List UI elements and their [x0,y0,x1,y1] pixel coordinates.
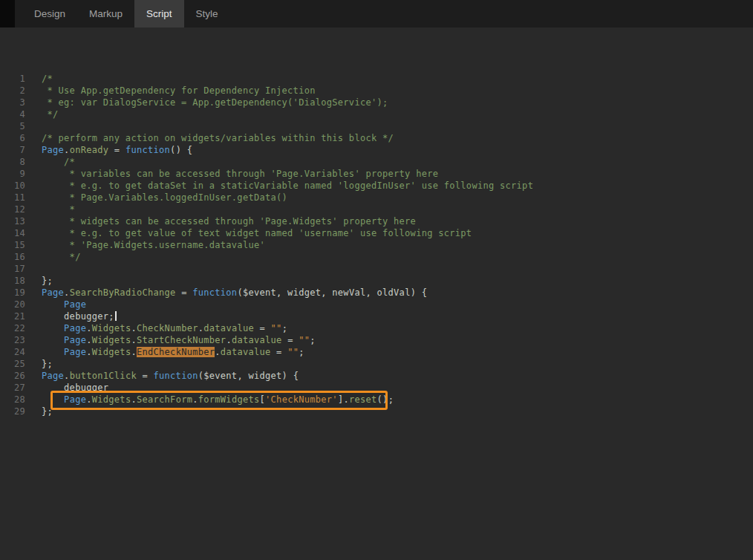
code-line[interactable]: 12 * [0,204,753,215]
code-text: * eg: var DialogService = App.getDepende… [25,97,388,108]
code-line[interactable]: 17 [0,263,753,275]
code-text: * Use App.getDependency for Dependency I… [25,85,316,97]
line-number: 7 [0,144,25,156]
code-text: Page.onReady = function() { [25,144,192,156]
line-number: 9 [0,168,25,180]
code-token: formWidgets [198,394,260,405]
code-line[interactable]: 8 /* [0,156,753,168]
code-line[interactable]: 27 debugger [0,382,753,394]
code-line[interactable]: 1/* [0,73,753,85]
code-token: datavalue [221,347,271,357]
code-text: debugger; [25,310,117,322]
code-line[interactable]: 2 * Use App.getDependency for Dependency… [0,85,753,97]
line-number: 12 [0,204,25,215]
code-token: Widgets [92,323,131,333]
code-token: function [154,371,198,381]
line-number: 28 [0,394,25,406]
code-line[interactable]: 23 Page.Widgets.StartCheckNumber.dataval… [0,334,753,346]
code-token: Widgets [92,335,131,345]
code-token: ]. [338,394,349,405]
line-number: 21 [0,310,25,322]
tab-markup[interactable]: Markup [77,0,134,27]
code-token: = [176,287,193,298]
line-number: 23 [0,334,25,346]
code-token: . [226,335,232,345]
code-line[interactable]: 18}; [0,275,753,287]
line-number: 11 [0,192,25,204]
code-line[interactable]: 15 * 'Page.Widgets.username.datavalue' [0,239,753,251]
code-token: . [131,394,137,405]
code-token: */ [42,109,59,120]
code-token: debugger [42,382,108,393]
code-line[interactable]: 21 debugger; [0,310,753,322]
code-line[interactable]: 29}; [0,406,753,417]
code-line[interactable]: 14 * e.g. to get value of text widget na… [0,227,753,239]
code-text: * e.g. to get value of text widget named… [25,227,472,239]
code-text: */ [25,251,81,263]
code-token: . [131,323,137,333]
code-token: () { [170,145,192,155]
code-line[interactable]: 7Page.onReady = function() { [0,144,753,156]
code-token: . [86,394,92,405]
code-line[interactable]: 24 Page.Widgets.EndCheckNumber.datavalue… [0,346,753,358]
code-token: datavalue [232,335,282,345]
code-line[interactable]: 3 * eg: var DialogService = App.getDepen… [0,97,753,108]
code-token: . [131,347,137,357]
code-text: Page.button1Click = function($event, wid… [25,370,299,382]
code-line[interactable]: 4 */ [0,108,753,120]
code-token: 'CheckNumber' [265,394,338,405]
script-code-editor[interactable]: 1/*2 * Use App.getDependency for Depende… [0,27,753,560]
text-cursor [115,311,117,321]
code-line[interactable]: 28 Page.Widgets.SearchForm.formWidgets['… [0,394,753,406]
code-token: /* [42,157,75,167]
code-line[interactable]: 9 * variables can be accessed through 'P… [0,168,753,180]
code-token: Widgets [92,394,131,405]
code-text: }; [25,358,53,370]
code-line[interactable]: 19Page.SearchByRadioChange = function($e… [0,287,753,299]
line-number: 17 [0,263,25,275]
tab-style[interactable]: Style [184,0,230,27]
code-line[interactable]: 10 * e.g. to get dataSet in a staticVari… [0,180,753,192]
code-token: * Page.Variables.loggedInUser.getData() [42,192,287,203]
code-text: * e.g. to get dataSet in a staticVariabl… [25,180,533,192]
line-number: 20 [0,299,25,310]
code-text: /* [25,73,53,85]
code-text: debugger [25,382,108,394]
code-token: . [86,323,92,333]
code-text: Page [25,299,86,310]
code-line[interactable]: 26Page.button1Click = function($event, w… [0,370,753,382]
line-number: 19 [0,287,25,299]
code-text: * variables can be accessed through 'Pag… [25,168,438,180]
code-token [42,323,64,333]
line-number: 2 [0,85,25,97]
code-line[interactable]: 22 Page.Widgets.CheckNumber.datavalue = … [0,322,753,334]
code-line[interactable]: 16 */ [0,251,753,263]
code-line[interactable]: 6/* perform any action on widgets/variab… [0,132,753,144]
line-number: 5 [0,120,25,132]
code-text: * 'Page.Widgets.username.datavalue' [25,239,265,251]
code-token: ($event, widget) { [198,371,299,381]
tab-script[interactable]: Script [134,0,184,27]
line-number: 4 [0,108,25,120]
code-line[interactable]: 5 [0,120,753,132]
code-token: ; [299,347,304,357]
code-token: "" [271,323,282,333]
tab-design[interactable]: Design [22,0,77,27]
code-token: SearchByRadioChange [70,287,176,298]
line-number: 26 [0,370,25,382]
code-token: = [282,335,299,345]
line-number: 16 [0,251,25,263]
code-line[interactable]: 13 * widgets can be accessed through 'Pa… [0,215,753,227]
code-line[interactable]: 25}; [0,358,753,370]
code-token: }; [42,276,53,286]
code-token: * eg: var DialogService = App.getDepende… [42,97,388,108]
code-token: . [64,371,70,381]
code-line[interactable]: 11 * Page.Variables.loggedInUser.getData… [0,192,753,204]
code-token: . [64,145,70,155]
code-line[interactable]: 20 Page [0,299,753,310]
line-number: 14 [0,227,25,239]
line-number: 3 [0,97,25,108]
code-token: Page [42,287,64,298]
code-token: button1Click [70,371,137,381]
line-number: 15 [0,239,25,251]
